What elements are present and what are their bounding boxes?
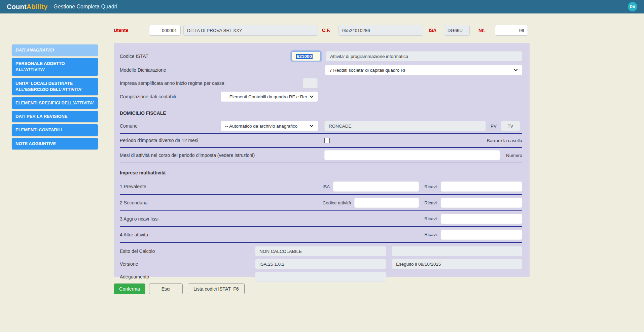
esito-label: Esito del Calcolo [120, 248, 255, 254]
mesi-hint: Numero [506, 153, 522, 158]
prevalente-label: 1 Prevalente [120, 184, 322, 189]
row-comune: Comune -- Automatico da archivio anagraf… [120, 119, 522, 134]
periodo-checkbox[interactable] [324, 138, 330, 143]
cf-label: C.F. [322, 28, 336, 33]
row-adeguamento: Adeguamento [120, 270, 522, 283]
secondaria-codice-input[interactable] [354, 198, 419, 208]
compilazione-select[interactable]: -- Elementi Contabili da quadro RF e Red… [221, 92, 318, 102]
sidebar-item-dati-anagrafici[interactable]: DATI ANAGRAFICI [12, 44, 98, 56]
modello-selected-value: 7 Redditi societa' di capitali quadro RF [329, 68, 407, 73]
versione-eseguito-field: Eseguito il 08/10/2025 [392, 259, 522, 269]
prevalente-isa-label: ISA [322, 184, 330, 189]
aggi-ricavi-label: Ricavi [424, 216, 437, 221]
altre-label: 4 Altre attività [120, 232, 424, 237]
aggi-label: 3 Aggi o ricavi fissi [120, 216, 424, 222]
prevalente-ricavi-label: Ricavi [424, 184, 437, 189]
sidebar-item-elementi-contabili[interactable]: ELEMENTI CONTABILI [12, 124, 98, 136]
modello-select[interactable]: 7 Redditi societa' di capitali quadro RF [325, 65, 522, 75]
pv-label: PV [491, 124, 497, 129]
domicilio-fiscale-title: DOMICILIO FISCALE [120, 110, 166, 116]
mesi-label: Mesi di attività nel corso del periodo d… [120, 153, 324, 158]
compilazione-label: Compilazione dati contabili [120, 94, 221, 99]
page-title: - Gestione Completa Quadri [50, 4, 117, 10]
altre-ricavi-input[interactable] [441, 230, 522, 240]
sidebar-item-unita-locali[interactable]: UNITA' LOCALI DESTINATE ALL'ESERCIZIO DE… [12, 78, 98, 95]
periodo-label: Periodo d'imposta diverso da 12 mesi [120, 138, 324, 143]
lista-codici-istat-button[interactable]: Lista codici ISTAT F6 [188, 284, 245, 294]
row-mesi-attivita: Mesi di attività nel corso del periodo d… [120, 148, 522, 163]
isa-field: DG66U [444, 25, 470, 36]
modello-label: Modello Dichiarazione [120, 67, 325, 73]
secondaria-codice-label: Codice attività [322, 200, 351, 205]
secondaria-ricavi-input[interactable] [441, 198, 522, 208]
section-imprese-multiattivita: Imprese multiattività [120, 167, 522, 179]
row-aggi: 3 Aggi o ricavi fissi Ricavi [120, 211, 522, 227]
row-versione: Versione ISA.25 1.0.2 Eseguito il 08/10/… [120, 258, 522, 270]
secondaria-ricavi-label: Ricavi [424, 200, 437, 205]
esito-field-2 [392, 246, 522, 256]
comune-label: Comune [120, 123, 221, 129]
esito-field: NON CALCOLABILE [255, 246, 386, 256]
chevron-down-icon [307, 125, 314, 127]
impresa-field [303, 78, 318, 88]
row-altre: 4 Altre attività Ricavi [120, 227, 522, 243]
sidebar-nav: DATI ANAGRAFICI PERSONALE ADDETTO ALL'AT… [12, 44, 98, 150]
row-codice-istat: Codice ISTAT 621000 Attivita' di program… [120, 49, 522, 64]
section-domicilio-fiscale: DOMICILIO FISCALE [120, 107, 522, 119]
impresa-label: Impresa semplificata anno inizio regime … [120, 80, 303, 86]
action-bar: Conferma Esci Lista codici ISTAT F6 [114, 284, 245, 294]
pv-field: TV [501, 121, 520, 131]
versione-label: Versione [120, 261, 255, 267]
row-secondaria: 2 Secondaria Codice attività Ricavi [120, 195, 522, 211]
prevalente-ricavi-input[interactable] [441, 181, 522, 192]
logo-ability: Ability [27, 3, 48, 10]
codice-istat-selected-text: 621000 [296, 54, 313, 59]
chevron-down-icon [307, 95, 314, 98]
conferma-button[interactable]: Conferma [114, 284, 145, 294]
row-impresa-semplificata: Impresa semplificata anno inizio regime … [120, 76, 522, 90]
chevron-down-icon [511, 69, 518, 71]
periodo-hint: Barrare la casella [487, 138, 522, 143]
codice-istat-input[interactable]: 621000 [291, 51, 321, 61]
nr-input[interactable] [495, 25, 528, 36]
user-bar: Utente DITTA DI PROVA SRL XXY C.F. 05524… [114, 25, 531, 36]
header-bar: CountAbility - Gestione Completa Quadri … [0, 0, 644, 13]
isa-label: ISA [429, 28, 440, 33]
user-avatar[interactable]: DA [628, 2, 637, 11]
sidebar-item-elementi-specifici[interactable]: ELEMENTI SPECIFICI DELL'ATTIVITA' [12, 97, 98, 109]
altre-ricavi-label: Ricavi [424, 232, 437, 237]
codice-istat-desc-field: Attivita' di programmazione informatica [326, 51, 522, 61]
row-esito: Esito del Calcolo NON CALCOLABILE [120, 245, 522, 258]
adeguamento-label: Adeguamento [120, 274, 255, 279]
comune-city-field: RONCADE [324, 121, 486, 131]
prevalente-isa-input[interactable] [333, 181, 419, 192]
versione-field: ISA.25 1.0.2 [255, 259, 386, 269]
utente-input[interactable] [149, 25, 181, 36]
main-form-panel: Codice ISTAT 621000 Attivita' di program… [114, 43, 530, 277]
row-modello-dichiarazione: Modello Dichiarazione 7 Redditi societa'… [120, 64, 522, 76]
comune-selected-value: -- Automatico da archivio anagrafico [225, 124, 297, 129]
comune-select[interactable]: -- Automatico da archivio anagrafico [221, 121, 318, 131]
sidebar-item-dati-revisione[interactable]: DATI PER LA REVISIONE [12, 111, 98, 122]
esci-button[interactable]: Esci [149, 284, 183, 294]
adeguamento-field [255, 272, 386, 282]
company-name-field: DITTA DI PROVA SRL XXY [183, 25, 318, 36]
nr-label: Nr. [478, 28, 488, 33]
utente-label: Utente [114, 28, 149, 33]
compilazione-selected-value: -- Elementi Contabili da quadro RF e Red… [225, 94, 307, 99]
app-logo: CountAbility [7, 3, 47, 11]
row-prevalente: 1 Prevalente ISA Ricavi [120, 179, 522, 195]
app-window: CountAbility - Gestione Completa Quadri … [0, 0, 644, 332]
aggi-ricavi-input[interactable] [441, 214, 522, 224]
codice-istat-label: Codice ISTAT [120, 54, 291, 59]
row-periodo-imposta: Periodo d'imposta diverso da 12 mesi Bar… [120, 134, 522, 148]
row-compilazione: Compilazione dati contabili -- Elementi … [120, 90, 522, 103]
secondaria-label: 2 Secondaria [120, 200, 322, 205]
sidebar-item-note-aggiuntive[interactable]: NOTE AGGIUNTIVE [12, 138, 98, 150]
mesi-input[interactable] [324, 150, 500, 160]
cf-field: 05524010286 [338, 25, 423, 36]
multiattivita-title: Imprese multiattività [120, 170, 166, 175]
sidebar-item-personale-addetto[interactable]: PERSONALE ADDETTO ALL'ATTIVITA' [12, 58, 98, 75]
logo-count: Count [7, 3, 27, 10]
